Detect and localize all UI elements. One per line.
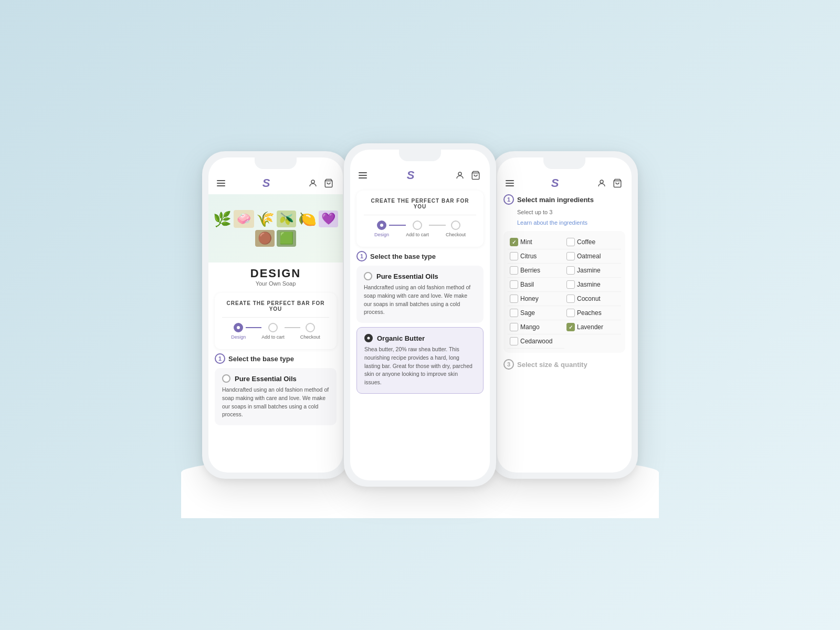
ingredient-peaches[interactable]: Peaches — [564, 306, 621, 320]
logo-1[interactable]: S — [262, 176, 270, 190]
checkbox-coffee[interactable] — [566, 238, 575, 246]
checkbox-oatmeal[interactable] — [566, 252, 575, 260]
checkbox-sage[interactable] — [510, 309, 518, 317]
menu-icon-2[interactable] — [359, 172, 367, 178]
ingredient-coconut[interactable]: Coconut — [564, 292, 621, 306]
ingredient-cedarwood[interactable]: Cedarwood — [508, 334, 564, 349]
ingredient-mint[interactable]: Mint — [508, 235, 564, 249]
connector-2b — [429, 225, 446, 226]
step-label-addtocart: Add to cart — [261, 334, 285, 340]
logo-2[interactable]: S — [407, 169, 415, 182]
checkbox-jasmine2[interactable] — [566, 280, 575, 289]
checkbox-mango[interactable] — [510, 323, 518, 331]
ingredient-oatmeal[interactable]: Oatmeal — [564, 249, 621, 264]
select-base-section-1: 1 Select the base type Pure Essential Oi… — [215, 353, 337, 425]
ingredient-mango[interactable]: Mango — [508, 320, 564, 334]
option-organic-butter[interactable]: Organic Butter Shea butter, 20% raw shea… — [356, 327, 484, 394]
ingredient-citrus[interactable]: Citrus — [508, 249, 564, 264]
select-up-to: Select up to 3 — [517, 209, 552, 215]
ingredient-basil[interactable]: Basil — [508, 278, 564, 292]
notch-2 — [399, 150, 441, 161]
nav-icons-3 — [596, 177, 623, 189]
menu-icon[interactable] — [217, 180, 225, 186]
user-icon-3[interactable] — [596, 177, 607, 189]
nav-bar-3: S — [497, 172, 632, 194]
checkbox-cedarwood[interactable] — [510, 337, 518, 345]
nav-bar-1: S — [208, 172, 343, 194]
step-label-design-2: Design — [374, 232, 389, 237]
logo-3[interactable]: S — [551, 176, 559, 190]
design-subtitle: Your Own Soap — [208, 280, 343, 287]
checkbox-peaches[interactable] — [566, 309, 575, 317]
label-oatmeal: Oatmeal — [577, 253, 601, 260]
progress-steps-2: Design Add to cart Checkout — [364, 220, 476, 237]
ingredient-sage[interactable]: Sage — [508, 306, 564, 320]
notch-1 — [255, 158, 297, 169]
option-desc-2a: Handcrafted using an old fashion method … — [364, 284, 476, 317]
cart-icon-2[interactable] — [470, 170, 481, 181]
option-essential-oils-1[interactable]: Pure Essential Oils Handcrafted using an… — [215, 368, 337, 425]
step-design: Design — [231, 323, 246, 340]
option-essential-oils-2[interactable]: Pure Essential Oils Handcrafted using an… — [356, 266, 484, 323]
checkbox-honey[interactable] — [510, 295, 518, 303]
step-circle-checkout-2 — [451, 220, 460, 230]
svg-point-0 — [311, 180, 314, 183]
ingredient-jasmine1[interactable]: Jasmine — [564, 264, 621, 278]
ingredient-jasmine2[interactable]: Jasmine — [564, 278, 621, 292]
select-size-num: 3 — [503, 359, 514, 370]
checkbox-jasmine1[interactable] — [566, 266, 575, 275]
ingredients-grid-container: Mint Coffee Citrus — [503, 231, 625, 353]
connector-2 — [285, 327, 300, 328]
ingredients-link[interactable]: Learn about the ingredients — [517, 219, 587, 226]
checkbox-lavender[interactable] — [566, 323, 575, 331]
label-honey: Honey — [520, 295, 539, 302]
radio-essential-oils-2[interactable] — [364, 272, 372, 280]
select-num-1: 1 — [215, 353, 225, 364]
step-label-addtocart-2: Add to cart — [406, 232, 429, 237]
radio-essential-oils-1[interactable] — [222, 374, 230, 383]
label-mango: Mango — [520, 323, 540, 331]
label-mint: Mint — [520, 238, 532, 246]
menu-icon-3[interactable] — [506, 180, 514, 186]
section-card-2: CREATE THE PERFECT BAR FOR YOU Design Ad… — [356, 191, 484, 247]
checkbox-coconut[interactable] — [566, 295, 575, 303]
step-addtocart-2: Add to cart — [406, 220, 429, 237]
select-base-label-1: Select the base type — [228, 355, 294, 363]
label-berries: Berries — [520, 267, 540, 274]
checkbox-mint[interactable] — [510, 238, 518, 246]
ingredient-lavender[interactable]: Lavender — [564, 320, 621, 334]
ingredient-coffee[interactable]: Coffee — [564, 235, 621, 249]
step-design-2: Design — [374, 220, 389, 237]
label-cedarwood: Cedarwood — [520, 338, 552, 345]
label-jasmine1: Jasmine — [577, 267, 601, 274]
checkbox-berries[interactable] — [510, 266, 518, 275]
checkbox-citrus[interactable] — [510, 252, 518, 260]
cart-icon-3[interactable] — [612, 177, 623, 189]
step-label-checkout: Checkout — [300, 334, 320, 340]
step-label-checkout-2: Checkout — [446, 232, 466, 237]
option-desc-1: Handcrafted using an old fashion method … — [222, 386, 329, 419]
label-coconut: Coconut — [577, 295, 601, 302]
nav-icons-1 — [307, 177, 334, 189]
step-addtocart: Add to cart — [261, 323, 285, 340]
label-peaches: Peaches — [577, 309, 602, 317]
checkbox-basil[interactable] — [510, 280, 518, 289]
user-icon[interactable] — [307, 177, 319, 189]
empty-cell — [564, 334, 621, 349]
user-icon-2[interactable] — [454, 170, 466, 181]
cart-icon[interactable] — [323, 177, 334, 189]
step-circle-addtocart — [268, 323, 278, 332]
svg-point-2 — [458, 172, 461, 175]
option-name-2b: Organic Butter — [377, 334, 425, 342]
ingredients-title: Select main ingredients — [517, 196, 594, 204]
radio-organic-butter[interactable] — [364, 334, 373, 342]
design-heading: DESIGN — [208, 267, 343, 280]
nav-icons-2 — [454, 170, 481, 181]
step-label-design: Design — [231, 334, 246, 340]
hero-image: 🌿 🧼 🌾 🫒 🍋 💜 🟤 🟩 — [208, 194, 343, 262]
ingredient-berries[interactable]: Berries — [508, 264, 564, 278]
label-jasmine2: Jasmine — [577, 281, 601, 288]
ingredient-honey[interactable]: Honey — [508, 292, 564, 306]
section-card-1: CREATE THE PERFECT BAR FOR YOU Design Ad… — [215, 293, 337, 349]
section-title-1: CREATE THE PERFECT BAR FOR YOU — [222, 300, 329, 312]
